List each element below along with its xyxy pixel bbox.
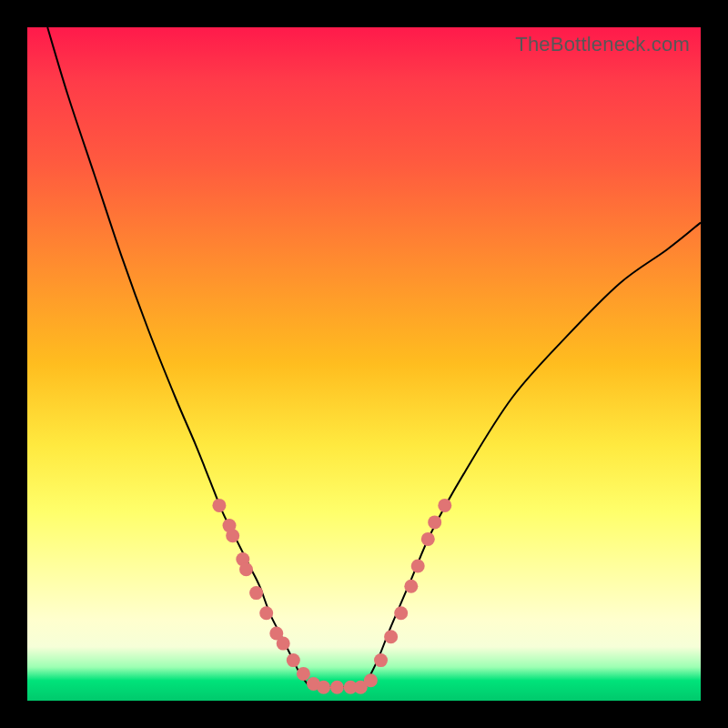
marker-dot: [330, 681, 344, 694]
marker-dot: [411, 560, 425, 573]
marker-dot: [394, 606, 408, 620]
marker-dots: [212, 499, 451, 694]
outer-frame: TheBottleneck.com: [0, 0, 728, 728]
marker-dot: [287, 653, 300, 667]
marker-dot: [421, 532, 435, 546]
marker-dot: [239, 562, 253, 576]
marker-dot: [259, 606, 273, 620]
marker-dot: [404, 580, 418, 593]
curve-left: [47, 27, 310, 687]
marker-dot: [438, 499, 451, 512]
marker-dot: [428, 515, 441, 529]
plot-area: TheBottleneck.com: [27, 27, 701, 701]
marker-dot: [226, 529, 239, 542]
curve-right: [364, 223, 701, 688]
marker-dot: [297, 667, 310, 681]
marker-dot: [384, 630, 398, 643]
marker-dot: [249, 586, 263, 600]
marker-dot: [212, 499, 226, 512]
marker-dot: [364, 673, 378, 687]
chart-svg: [27, 27, 701, 701]
marker-dot: [374, 653, 388, 667]
marker-dot: [277, 637, 290, 651]
marker-dot: [317, 681, 330, 694]
